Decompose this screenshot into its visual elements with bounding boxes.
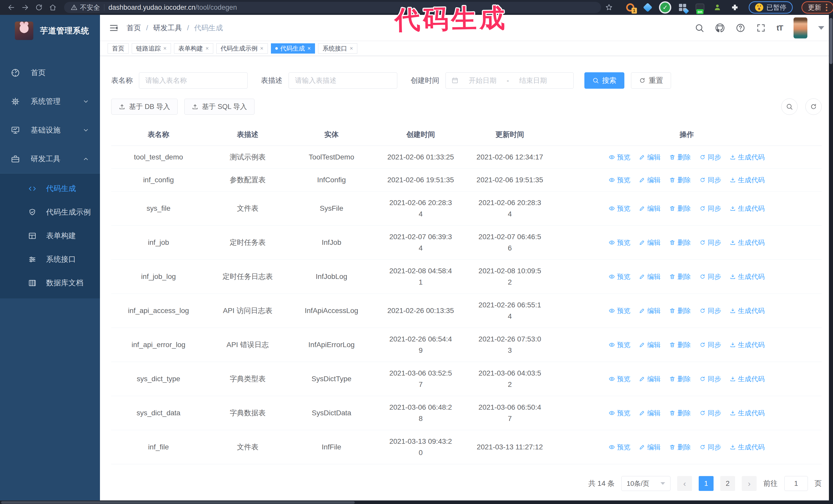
delete-link[interactable]: 删除 bbox=[669, 373, 691, 385]
sidebar-item-codegen-example[interactable]: 代码生成示例 bbox=[0, 200, 100, 224]
generate-code-link[interactable]: 生成代码 bbox=[730, 407, 765, 418]
edit-link[interactable]: 编辑 bbox=[639, 151, 661, 163]
delete-link[interactable]: 删除 bbox=[669, 339, 691, 351]
edit-link[interactable]: 编辑 bbox=[639, 407, 661, 418]
sync-link[interactable]: 同步 bbox=[699, 339, 721, 351]
extension-orange-icon[interactable]: 1 bbox=[625, 2, 635, 13]
vertical-scrollbar[interactable] bbox=[829, 15, 833, 500]
preview-link[interactable]: 预览 bbox=[609, 151, 630, 163]
sidebar-item-devtools[interactable]: 研发工具 bbox=[0, 145, 100, 173]
sidebar-item-home[interactable]: 首页 bbox=[0, 58, 100, 87]
tab-close-icon[interactable]: × bbox=[163, 46, 167, 51]
edit-link[interactable]: 编辑 bbox=[639, 174, 661, 186]
table-desc-input[interactable] bbox=[289, 72, 397, 89]
sync-link[interactable]: 同步 bbox=[699, 174, 721, 186]
tab-close-icon[interactable]: × bbox=[308, 46, 311, 51]
edit-link[interactable]: 编辑 bbox=[639, 271, 661, 282]
delete-link[interactable]: 删除 bbox=[669, 305, 691, 316]
date-range-picker[interactable]: - bbox=[446, 72, 574, 89]
sidebar-item-system[interactable]: 系统管理 bbox=[0, 87, 100, 116]
refresh-table-button[interactable] bbox=[805, 98, 822, 115]
vertical-scrollbar-thumb[interactable] bbox=[829, 18, 832, 64]
delete-link[interactable]: 删除 bbox=[669, 237, 691, 248]
generate-code-link[interactable]: 生成代码 bbox=[730, 174, 765, 186]
page-button-2[interactable]: 2 bbox=[720, 476, 735, 491]
tab-codegen-example[interactable]: 代码生成示例× bbox=[216, 43, 268, 54]
delete-link[interactable]: 删除 bbox=[669, 174, 691, 186]
bookmark-star-icon[interactable] bbox=[605, 4, 613, 11]
security-warning[interactable]: 不安全 bbox=[71, 3, 100, 12]
sync-link[interactable]: 同步 bbox=[699, 237, 721, 248]
sync-link[interactable]: 同步 bbox=[699, 373, 721, 385]
page-button-1[interactable]: 1 bbox=[699, 476, 714, 491]
start-date-input[interactable] bbox=[462, 77, 503, 85]
edit-link[interactable]: 编辑 bbox=[639, 203, 661, 214]
reset-button[interactable]: 重置 bbox=[631, 72, 671, 89]
header-search-icon[interactable] bbox=[695, 23, 704, 33]
edit-link[interactable]: 编辑 bbox=[639, 339, 661, 351]
tab-form-builder[interactable]: 表单构建× bbox=[174, 43, 213, 54]
breadcrumb-devtools[interactable]: 研发工具 bbox=[153, 23, 182, 33]
browser-reload-button[interactable] bbox=[33, 1, 45, 14]
extension-on-icon[interactable]: on bbox=[695, 2, 705, 13]
preview-link[interactable]: 预览 bbox=[609, 305, 630, 316]
delete-link[interactable]: 删除 bbox=[669, 203, 691, 214]
tab-close-icon[interactable]: × bbox=[350, 46, 353, 51]
preview-link[interactable]: 预览 bbox=[609, 373, 630, 385]
breadcrumb-home[interactable]: 首页 bbox=[127, 23, 141, 33]
generate-code-link[interactable]: 生成代码 bbox=[730, 151, 765, 163]
fullscreen-icon[interactable] bbox=[756, 23, 766, 33]
horizontal-scrollbar-thumb[interactable] bbox=[1, 501, 355, 504]
tab-codegen[interactable]: 代码生成× bbox=[271, 43, 315, 54]
preview-link[interactable]: 预览 bbox=[609, 339, 630, 351]
extension-grid-icon[interactable] bbox=[677, 2, 688, 13]
sidebar-item-infrastructure[interactable]: 基础设施 bbox=[0, 116, 100, 145]
generate-code-link[interactable]: 生成代码 bbox=[730, 441, 765, 453]
delete-link[interactable]: 删除 bbox=[669, 407, 691, 418]
sidebar-item-codegen[interactable]: 代码生成 bbox=[0, 177, 100, 200]
extension-check-icon[interactable]: ✓ bbox=[660, 2, 670, 13]
browser-update-button[interactable]: 更新 bbox=[802, 1, 833, 14]
profile-paused-badge[interactable]: 已暂停 bbox=[749, 1, 793, 14]
sync-link[interactable]: 同步 bbox=[699, 407, 721, 418]
extension-person-icon[interactable] bbox=[712, 2, 722, 13]
sync-link[interactable]: 同步 bbox=[699, 271, 721, 282]
browser-back-button[interactable] bbox=[5, 1, 18, 14]
preview-link[interactable]: 预览 bbox=[609, 174, 630, 186]
sidebar-item-db-doc[interactable]: 数据库文档 bbox=[0, 271, 100, 295]
sync-link[interactable]: 同步 bbox=[699, 305, 721, 316]
preview-link[interactable]: 预览 bbox=[609, 407, 630, 418]
browser-forward-button[interactable] bbox=[19, 1, 31, 14]
avatar[interactable] bbox=[793, 18, 807, 39]
preview-link[interactable]: 预览 bbox=[609, 441, 630, 453]
generate-code-link[interactable]: 生成代码 bbox=[730, 237, 765, 248]
delete-link[interactable]: 删除 bbox=[669, 441, 691, 453]
tab-close-icon[interactable]: × bbox=[206, 46, 209, 51]
preview-link[interactable]: 预览 bbox=[609, 237, 630, 248]
page-size-select[interactable]: 10条/页 bbox=[621, 476, 670, 491]
search-button[interactable]: 搜索 bbox=[585, 72, 624, 89]
extension-gem-icon[interactable] bbox=[643, 2, 653, 13]
table-name-input[interactable] bbox=[139, 72, 247, 89]
edit-link[interactable]: 编辑 bbox=[639, 305, 661, 316]
hamburger-icon[interactable] bbox=[109, 23, 119, 33]
sync-link[interactable]: 同步 bbox=[699, 203, 721, 214]
toggle-search-button[interactable] bbox=[781, 98, 798, 115]
edit-link[interactable]: 编辑 bbox=[639, 237, 661, 248]
generate-code-link[interactable]: 生成代码 bbox=[730, 305, 765, 316]
edit-link[interactable]: 编辑 bbox=[639, 373, 661, 385]
github-icon[interactable] bbox=[715, 23, 725, 33]
browser-menu-icon[interactable] bbox=[826, 4, 827, 11]
import-sql-button[interactable]: 基于 SQL 导入 bbox=[184, 99, 255, 115]
horizontal-scrollbar[interactable] bbox=[0, 500, 833, 504]
preview-link[interactable]: 预览 bbox=[609, 203, 630, 214]
generate-code-link[interactable]: 生成代码 bbox=[730, 339, 765, 351]
goto-page-input[interactable] bbox=[784, 476, 808, 491]
generate-code-link[interactable]: 生成代码 bbox=[730, 373, 765, 385]
import-db-button[interactable]: 基于 DB 导入 bbox=[111, 99, 177, 115]
generate-code-link[interactable]: 生成代码 bbox=[730, 203, 765, 214]
tab-tracing[interactable]: 链路追踪× bbox=[132, 43, 171, 54]
sync-link[interactable]: 同步 bbox=[699, 151, 721, 163]
address-bar[interactable]: 不安全 dashboard.yudao.iocoder.cn/tool/code… bbox=[64, 2, 601, 13]
prev-page-button[interactable]: ‹ bbox=[677, 476, 692, 491]
